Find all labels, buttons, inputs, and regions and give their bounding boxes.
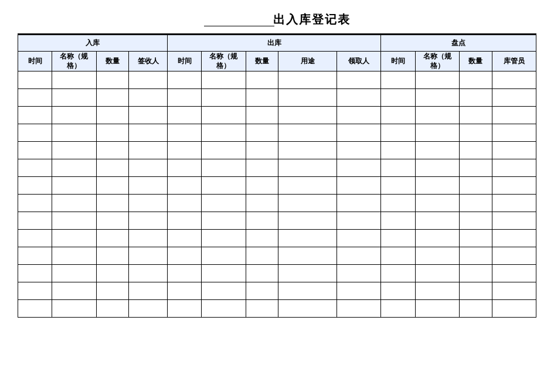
table-cell[interactable] (337, 230, 380, 247)
table-cell[interactable] (18, 212, 52, 230)
table-cell[interactable] (337, 177, 380, 195)
table-cell[interactable] (278, 89, 337, 107)
table-cell[interactable] (202, 300, 246, 318)
table-cell[interactable] (337, 247, 380, 265)
table-cell[interactable] (337, 71, 380, 89)
table-cell[interactable] (167, 195, 201, 212)
table-cell[interactable] (167, 282, 201, 300)
table-cell[interactable] (246, 124, 278, 142)
table-cell[interactable] (278, 142, 337, 159)
table-cell[interactable] (52, 300, 96, 318)
table-cell[interactable] (278, 247, 337, 265)
table-cell[interactable] (337, 300, 380, 318)
table-cell[interactable] (381, 212, 415, 230)
table-cell[interactable] (278, 71, 337, 89)
table-cell[interactable] (381, 300, 415, 318)
table-cell[interactable] (202, 89, 246, 107)
table-cell[interactable] (129, 230, 168, 247)
table-cell[interactable] (415, 159, 459, 177)
table-cell[interactable] (202, 212, 246, 230)
table-cell[interactable] (492, 247, 536, 265)
table-cell[interactable] (278, 282, 337, 300)
table-cell[interactable] (337, 142, 380, 159)
table-cell[interactable] (278, 159, 337, 177)
table-cell[interactable] (96, 195, 129, 212)
table-cell[interactable] (246, 107, 278, 124)
table-cell[interactable] (96, 265, 129, 282)
table-cell[interactable] (246, 71, 278, 89)
table-cell[interactable] (202, 177, 246, 195)
table-cell[interactable] (52, 124, 96, 142)
table-cell[interactable] (459, 107, 492, 124)
table-cell[interactable] (415, 247, 459, 265)
table-cell[interactable] (96, 124, 129, 142)
table-cell[interactable] (337, 107, 380, 124)
table-cell[interactable] (167, 212, 201, 230)
table-cell[interactable] (167, 230, 201, 247)
table-cell[interactable] (459, 177, 492, 195)
table-cell[interactable] (381, 247, 415, 265)
table-cell[interactable] (129, 124, 168, 142)
table-cell[interactable] (415, 195, 459, 212)
table-cell[interactable] (278, 212, 337, 230)
table-cell[interactable] (381, 71, 415, 89)
table-cell[interactable] (129, 71, 168, 89)
table-cell[interactable] (96, 212, 129, 230)
table-cell[interactable] (415, 230, 459, 247)
table-cell[interactable] (246, 195, 278, 212)
table-cell[interactable] (167, 265, 201, 282)
table-cell[interactable] (167, 177, 201, 195)
table-cell[interactable] (96, 159, 129, 177)
table-cell[interactable] (96, 230, 129, 247)
table-cell[interactable] (278, 265, 337, 282)
table-cell[interactable] (459, 265, 492, 282)
table-cell[interactable] (18, 89, 52, 107)
table-cell[interactable] (381, 107, 415, 124)
table-cell[interactable] (381, 265, 415, 282)
table-cell[interactable] (337, 124, 380, 142)
table-cell[interactable] (381, 142, 415, 159)
table-cell[interactable] (167, 107, 201, 124)
table-cell[interactable] (52, 89, 96, 107)
table-cell[interactable] (492, 212, 536, 230)
table-cell[interactable] (18, 71, 52, 89)
table-cell[interactable] (129, 107, 168, 124)
table-cell[interactable] (337, 89, 380, 107)
table-cell[interactable] (337, 195, 380, 212)
table-cell[interactable] (202, 107, 246, 124)
table-cell[interactable] (278, 300, 337, 318)
table-cell[interactable] (459, 159, 492, 177)
table-cell[interactable] (96, 282, 129, 300)
table-cell[interactable] (381, 177, 415, 195)
table-cell[interactable] (18, 124, 52, 142)
table-cell[interactable] (246, 282, 278, 300)
table-cell[interactable] (129, 282, 168, 300)
table-cell[interactable] (492, 282, 536, 300)
table-cell[interactable] (492, 71, 536, 89)
table-cell[interactable] (459, 282, 492, 300)
table-cell[interactable] (492, 124, 536, 142)
table-cell[interactable] (246, 212, 278, 230)
table-cell[interactable] (129, 212, 168, 230)
table-cell[interactable] (492, 177, 536, 195)
table-cell[interactable] (167, 142, 201, 159)
table-cell[interactable] (202, 265, 246, 282)
table-cell[interactable] (129, 177, 168, 195)
table-cell[interactable] (246, 265, 278, 282)
table-cell[interactable] (129, 159, 168, 177)
table-cell[interactable] (52, 195, 96, 212)
table-cell[interactable] (18, 142, 52, 159)
table-cell[interactable] (246, 89, 278, 107)
table-cell[interactable] (278, 177, 337, 195)
table-cell[interactable] (459, 89, 492, 107)
table-cell[interactable] (129, 142, 168, 159)
table-cell[interactable] (381, 89, 415, 107)
table-cell[interactable] (96, 177, 129, 195)
table-cell[interactable] (129, 89, 168, 107)
table-cell[interactable] (18, 107, 52, 124)
table-cell[interactable] (202, 282, 246, 300)
table-cell[interactable] (129, 247, 168, 265)
table-cell[interactable] (246, 159, 278, 177)
table-cell[interactable] (459, 212, 492, 230)
table-cell[interactable] (381, 195, 415, 212)
